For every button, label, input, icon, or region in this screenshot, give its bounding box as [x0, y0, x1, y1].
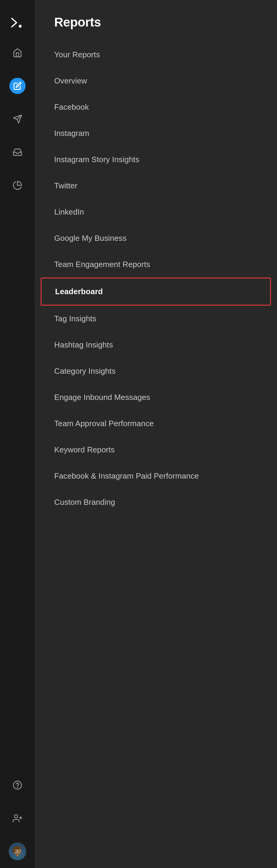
send-icon [13, 114, 22, 124]
sidebar-item-reports[interactable] [0, 69, 35, 102]
svg-point-13 [13, 847, 15, 853]
nav-panel: Reports Your ReportsOverviewFacebookInst… [35, 0, 277, 868]
help-icon [13, 780, 22, 790]
nav-item-instagram-story-insights[interactable]: Instagram Story Insights [35, 147, 277, 173]
sidebar-item-publish[interactable] [0, 102, 35, 135]
svg-point-15 [19, 850, 20, 852]
inbox-icon [13, 147, 22, 157]
nav-item-category-insights[interactable]: Category Insights [35, 358, 277, 384]
nav-item-engage-inbound-messages[interactable]: Engage Inbound Messages [35, 384, 277, 410]
svg-point-0 [19, 25, 22, 28]
nav-items-list: Your ReportsOverviewFacebookInstagramIns… [35, 41, 277, 516]
nav-item-custom-branding[interactable]: Custom Branding [35, 489, 277, 516]
svg-point-14 [15, 850, 16, 852]
sidebar-item-home[interactable] [0, 36, 35, 69]
avatar [9, 843, 26, 860]
nav-item-instagram[interactable]: Instagram [35, 120, 277, 147]
nav-item-google-my-business[interactable]: Google My Business [35, 225, 277, 251]
user-avatar-container[interactable] [0, 835, 35, 868]
nav-item-keyword-reports[interactable]: Keyword Reports [35, 437, 277, 463]
avatar-image [9, 843, 26, 860]
add-user-icon [13, 813, 22, 823]
nav-item-twitter[interactable]: Twitter [35, 173, 277, 199]
sidebar-item-analytics[interactable] [0, 169, 35, 202]
nav-item-team-engagement-reports[interactable]: Team Engagement Reports [35, 251, 277, 278]
active-icon-bg [9, 78, 26, 94]
nav-item-facebook[interactable]: Facebook [35, 94, 277, 120]
nav-item-leaderboard[interactable]: Leaderboard [41, 278, 271, 306]
sidebar-item-add-user[interactable] [0, 802, 35, 835]
brand-logo[interactable] [0, 9, 35, 36]
nav-item-facebook-instagram-paid[interactable]: Facebook & Instagram Paid Performance [35, 463, 277, 489]
home-icon [13, 48, 22, 58]
nav-item-overview[interactable]: Overview [35, 68, 277, 94]
sidebar-item-inbox[interactable] [0, 135, 35, 169]
nav-item-your-reports[interactable]: Your Reports [35, 41, 277, 68]
page-title: Reports [35, 15, 277, 41]
analytics-icon [13, 181, 22, 190]
nav-item-linkedin[interactable]: LinkedIn [35, 199, 277, 225]
nav-item-hashtag-insights[interactable]: Hashtag Insights [35, 332, 277, 358]
svg-point-5 [14, 815, 18, 818]
nav-item-tag-insights[interactable]: Tag Insights [35, 306, 277, 332]
nav-item-team-approval-performance[interactable]: Team Approval Performance [35, 410, 277, 437]
edit-icon [13, 82, 22, 90]
sidebar-item-help[interactable] [0, 769, 35, 802]
icon-sidebar [0, 0, 35, 868]
